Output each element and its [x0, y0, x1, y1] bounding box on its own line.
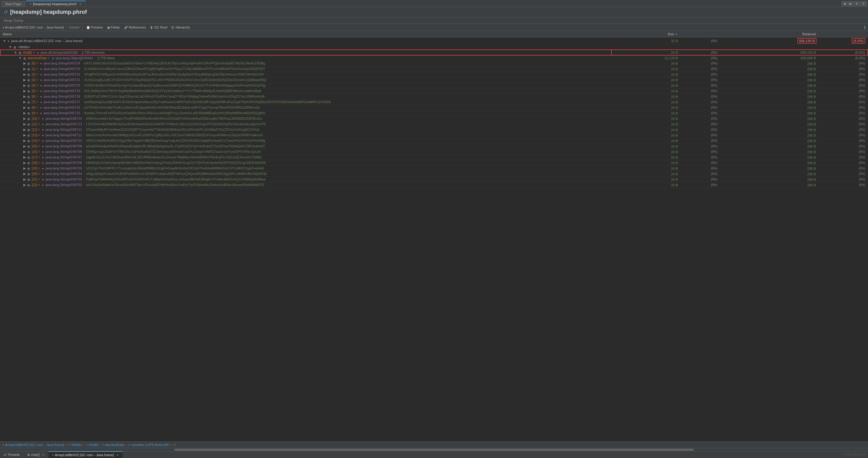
toolbar-references[interactable]: 🔗 References: [122, 25, 148, 30]
expand-icon-1[interactable]: ▶: [23, 67, 26, 70]
col-header-retained[interactable]: Retained: [720, 31, 818, 37]
table-row[interactable]: ▶ ▦ [3] = ● java.lang.String#245721 : 3U…: [0, 78, 868, 83]
table-row[interactable]: ▶ ▦ [16] = ● java.lang.String#245708 : O…: [0, 149, 868, 155]
error-dot-19: ●: [42, 167, 43, 170]
expand-icon-16[interactable]: ▶: [23, 150, 26, 153]
expand-icon-22[interactable]: ▶: [23, 183, 26, 187]
expand-icon-3[interactable]: ▶: [23, 78, 26, 82]
bottom-tab-arraylist[interactable]: ● ArrayList$Itr#22 [GC root – Java frame…: [49, 451, 123, 458]
toolbar-gcroot[interactable]: 🗑 GC Root: [148, 25, 169, 30]
expand-arrow-top[interactable]: ▼: [3, 39, 6, 43]
toolbar-fields-label: Fields: [111, 26, 120, 29]
item-value-19: : nZt22yhTVoUWFPLY7LwzyakzbzJ66ok9fNBAJ1…: [84, 166, 264, 170]
col-header-size[interactable]: Size ▼: [611, 31, 680, 37]
cell-size-pct-17: (0%): [680, 155, 720, 160]
item-classname-13: java.lang.String#245711: [46, 133, 82, 137]
nav-list[interactable]: ▼: [854, 1, 859, 6]
expand-arrow-elementdata[interactable]: ▼: [19, 56, 22, 60]
tab-heapdump-close[interactable]: ✕: [79, 2, 82, 6]
bottom-tab-threads[interactable]: ⊡ Threads: [0, 451, 24, 458]
bc-item-1[interactable]: <fields>: [71, 443, 83, 447]
expand-icon-17[interactable]: ▶: [23, 155, 26, 159]
item-index-21: [21] =: [32, 177, 40, 181]
expand-icon-8[interactable]: ▶: [23, 105, 26, 109]
cell-size-16: 24 B: [611, 149, 680, 155]
error-dot-this0: ●: [37, 51, 39, 54]
bc-arrow-icon-4: ⟩⟩: [174, 443, 176, 446]
table-row[interactable]: ▶ ▦ [9] = ● java.lang.String#245715 : Az…: [0, 111, 868, 116]
table-row[interactable]: ▶ ▦ [6] = ● java.lang.String#245718 : iQ…: [0, 94, 868, 99]
table-row[interactable]: ▶ ▦ [7] = ● java.lang.String#245717 : az…: [0, 99, 868, 105]
nav-menu[interactable]: ☰: [860, 1, 867, 6]
item-index-20: [20] =: [32, 172, 40, 176]
expand-arrow-this0[interactable]: ▼: [14, 51, 17, 54]
expand-icon-11[interactable]: ▶: [23, 122, 26, 126]
elementdata-prefix: elementData =: [28, 56, 50, 60]
table-row-top[interactable]: ▼ ● java.util.ArrayList$Itr#22 [GC root …: [0, 37, 868, 44]
bottom-tab-bar: ⊡ Threads ⊞ char[] ✕ ● ArrayList$Itr#22 …: [0, 451, 868, 458]
table-row[interactable]: ▶ ▦ [22] = ● java.lang.String#245702 : s…: [0, 182, 868, 188]
cell-size-pct-fields: [680, 44, 720, 50]
expand-icon-7[interactable]: ▶: [23, 100, 26, 104]
toolbar-preview[interactable]: 📋 Preview: [84, 25, 105, 30]
table-row[interactable]: ▶ ▦ [11] = ● java.lang.String#245713 : L…: [0, 122, 868, 127]
table-row[interactable]: ▶ ▦ [15] = ● java.lang.String#245709 : q…: [0, 144, 868, 149]
tab-start-page[interactable]: Start Page: [1, 1, 25, 7]
info-button[interactable]: ℹ: [864, 25, 866, 30]
expand-icon-10[interactable]: ▶: [23, 117, 26, 120]
table-row[interactable]: ▶ ▦ [0] = ● java.lang.String#245724 : kW…: [0, 61, 868, 66]
tab-heapdump[interactable]: ● [heapdump] heapdump.phrof ✕: [26, 1, 86, 7]
table-row[interactable]: ▶ ▦ [2] = ● java.lang.String#245722 : SP…: [0, 72, 868, 78]
expand-icon-14[interactable]: ▶: [23, 139, 26, 143]
bottom-tab-char-close[interactable]: ✕: [42, 453, 44, 456]
table-row[interactable]: ▶ ▦ [19] = ● java.lang.String#245705 : n…: [0, 166, 868, 171]
table-row[interactable]: ▶ ▦ [12] = ● java.lang.String#245712 : 2…: [0, 127, 868, 132]
bc-item-4[interactable]: <another 2,676 items left>: [131, 443, 170, 447]
table-row[interactable]: ▶ ▦ [21] = ● java.lang.String#245703 : P…: [0, 177, 868, 182]
table-row-elementdata[interactable]: ▼ ▦ elementData = ⊞ java.lang.Object[]#2…: [0, 55, 868, 61]
table-row[interactable]: ▶ ▦ [5] = ● java.lang.String#245719 : 8O…: [0, 88, 868, 94]
toolbar-fields[interactable]: ▦ Fields: [105, 25, 122, 30]
nav-right[interactable]: ▶: [848, 1, 853, 6]
cell-size-15: 24 B: [611, 144, 680, 149]
bc-item-3[interactable]: elementData: [105, 443, 124, 447]
expand-icon-15[interactable]: ▶: [23, 144, 26, 148]
reload-icon[interactable]: ↺: [4, 9, 8, 15]
toolbar-hierarchy[interactable]: ⛋ Hierarchy: [170, 25, 192, 30]
table-row[interactable]: ▶ ▦ [10] = ● java.lang.String#245714 : b…: [0, 116, 868, 122]
table-row[interactable]: ▶ ▦ [4] = ● java.lang.String#245720 : VV…: [0, 83, 868, 88]
table-row[interactable]: ▶ ▦ [8] = ● java.lang.String#245716 : p3…: [0, 105, 868, 111]
expand-icon-20[interactable]: ▶: [23, 172, 26, 176]
table-row[interactable]: ▶ ▦ [1] = ● java.lang.String#245723 : lZ…: [0, 66, 868, 72]
expand-icon-12[interactable]: ▶: [23, 128, 26, 131]
cell-name: ▶ ▦ [0] = ● java.lang.String#245724 : kW…: [0, 61, 611, 66]
horizontal-scrollbar[interactable]: [0, 448, 868, 451]
csdn-watermark: CSDN @开发者: [841, 451, 868, 458]
expand-icon-4[interactable]: ▶: [23, 84, 26, 87]
expand-icon-2[interactable]: ▶: [23, 72, 26, 76]
table-row-fields[interactable]: ▼ ▦ <fields>: [0, 44, 868, 50]
expand-icon-18[interactable]: ▶: [23, 161, 26, 164]
bc-item-0[interactable]: ArrayList$Itr#22 [GC root – Java frame]: [5, 443, 64, 447]
expand-icon-13[interactable]: ▶: [23, 133, 26, 137]
table-row[interactable]: ▶ ▦ [18] = ● java.lang.String#245706 : H…: [0, 160, 868, 166]
bottom-tab-char[interactable]: ⊞ char[] ✕: [24, 451, 49, 458]
table-row-this0[interactable]: ▼ ▦ this$0 = ● java.util.ArrayList#24328…: [0, 50, 868, 55]
cell-name-17: ▶ ▦ [17] = ● java.lang.String#245707 : Q…: [0, 155, 611, 160]
scrollbar-thumb[interactable]: [174, 449, 694, 451]
table-row[interactable]: ▶ ▦ [20] = ● java.lang.String#245704 : x…: [0, 171, 868, 177]
expand-icon-21[interactable]: ▶: [23, 177, 26, 181]
col-header-name[interactable]: Name: [0, 31, 611, 37]
expand-icon-6[interactable]: ▶: [23, 95, 26, 98]
expand-icon[interactable]: ▶: [23, 61, 26, 65]
expand-icon-19[interactable]: ▶: [23, 166, 26, 170]
table-row[interactable]: ▶ ▦ [17] = ● java.lang.String#245707 : Q…: [0, 155, 868, 160]
expand-arrow-fields[interactable]: ▼: [9, 45, 12, 49]
bc-item-2[interactable]: this$0: [89, 443, 98, 447]
nav-left[interactable]: ◀: [842, 1, 847, 6]
table-row[interactable]: ▶ ▦ [13] = ● java.lang.String#245711 : W…: [0, 132, 868, 138]
bottom-tab-arraylist-close[interactable]: ✕: [116, 453, 119, 457]
table-row[interactable]: ▶ ▦ [14] = ● java.lang.String#245710 : V…: [0, 138, 868, 144]
expand-icon-9[interactable]: ▶: [23, 111, 26, 115]
expand-icon-5[interactable]: ▶: [23, 89, 26, 93]
